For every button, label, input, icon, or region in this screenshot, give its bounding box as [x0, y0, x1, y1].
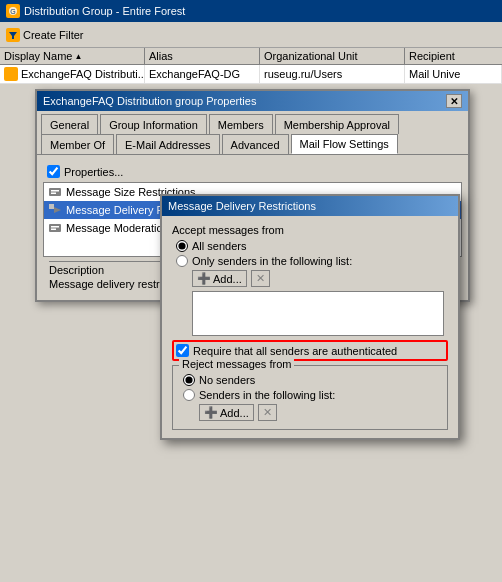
dialog-overlay: ExchangeFAQ Distribution group Propertie…	[0, 84, 502, 582]
tabs-row-2: Member Of E-Mail Addresses Advanced Mail…	[37, 134, 468, 155]
radio-no-senders[interactable]	[183, 374, 195, 386]
radio-all-senders[interactable]	[176, 240, 188, 252]
radio-no-senders-row: No senders	[179, 374, 441, 386]
radio-senders-list-label: Senders in the following list:	[199, 389, 335, 401]
radio-all-senders-row: All senders	[172, 240, 448, 252]
reject-add-button[interactable]: ➕ Add...	[199, 404, 254, 421]
properties-checkbox[interactable]	[47, 165, 60, 178]
col-alias[interactable]: Alias	[145, 48, 260, 64]
col-org-unit[interactable]: Organizational Unit	[260, 48, 405, 64]
radio-senders-list[interactable]	[183, 389, 195, 401]
reject-add-row: ➕ Add... ✕	[179, 404, 441, 421]
toolbar: Create Filter	[0, 22, 502, 48]
authenticated-label: Require that all senders are authenticat…	[193, 345, 397, 357]
cell-recipient: Mail Unive	[405, 65, 502, 83]
svg-rect-3	[49, 188, 61, 196]
add-icon-2: ➕	[204, 406, 218, 419]
group-icon	[4, 67, 18, 81]
tab-group-information[interactable]: Group Information	[100, 114, 207, 134]
delivery-restrictions-dialog: Message Delivery Restrictions Accept mes…	[160, 194, 460, 440]
delivery-dialog-content: Accept messages from All senders Only se…	[162, 216, 458, 438]
radio-senders-list-row: Senders in the following list:	[179, 389, 441, 401]
tab-member-of[interactable]: Member Of	[41, 134, 114, 154]
props-dialog-title-text: ExchangeFAQ Distribution group Propertie…	[43, 95, 256, 107]
restriction-icon	[48, 185, 62, 199]
filter-icon	[6, 28, 20, 42]
accept-add-row: ➕ Add... ✕	[172, 270, 448, 287]
svg-rect-6	[49, 204, 54, 209]
cell-alias: ExchangeFAQ-DG	[145, 65, 260, 83]
accept-section-label: Accept messages from	[172, 224, 448, 236]
create-filter-button[interactable]: Create Filter	[6, 28, 84, 42]
tabs-row-1: General Group Information Members Member…	[37, 111, 468, 134]
authenticated-checkbox[interactable]	[176, 344, 189, 357]
delivery-icon	[48, 203, 62, 217]
tab-general[interactable]: General	[41, 114, 98, 134]
add-icon: ➕	[197, 272, 211, 285]
svg-rect-10	[51, 229, 56, 231]
table-row[interactable]: ExchangeFAQ Distributi... ExchangeFAQ-DG…	[0, 65, 502, 84]
properties-checkbox-row: Properties...	[43, 163, 462, 180]
accept-add-button[interactable]: ➕ Add...	[192, 270, 247, 287]
tab-email-addresses[interactable]: E-Mail Addresses	[116, 134, 220, 154]
svg-text:G: G	[10, 8, 15, 15]
svg-rect-5	[51, 193, 56, 195]
create-filter-label: Create Filter	[23, 29, 84, 41]
reject-remove-button[interactable]: ✕	[258, 404, 277, 421]
tab-membership-approval[interactable]: Membership Approval	[275, 114, 399, 134]
sort-arrow: ▲	[74, 52, 82, 61]
window-icon: G	[6, 4, 20, 18]
tab-advanced[interactable]: Advanced	[222, 134, 289, 154]
reject-section: Reject messages from No senders Senders …	[172, 365, 448, 430]
radio-only-senders[interactable]	[176, 255, 188, 267]
accept-remove-button[interactable]: ✕	[251, 270, 270, 287]
radio-all-senders-label: All senders	[192, 240, 246, 252]
svg-rect-4	[51, 190, 59, 192]
radio-only-senders-row: Only senders in the following list:	[172, 255, 448, 267]
col-recipient[interactable]: Recipient	[405, 48, 502, 64]
cell-org-unit: ruseug.ru/Users	[260, 65, 405, 83]
accept-senders-listbox[interactable]	[192, 291, 444, 336]
reject-section-label: Reject messages from	[179, 358, 294, 370]
col-display-name[interactable]: Display Name ▲	[0, 48, 145, 64]
props-dialog-close-button[interactable]: ✕	[446, 94, 462, 108]
tab-members[interactable]: Members	[209, 114, 273, 134]
moderation-icon	[48, 221, 62, 235]
svg-marker-7	[54, 207, 61, 213]
svg-rect-9	[51, 226, 59, 228]
properties-label: Properties...	[64, 166, 123, 178]
table-header: Display Name ▲ Alias Organizational Unit…	[0, 48, 502, 65]
radio-no-senders-label: No senders	[199, 374, 255, 386]
cell-display-name: ExchangeFAQ Distributi...	[0, 65, 145, 83]
window-title: Distribution Group - Entire Forest	[24, 5, 185, 17]
main-window: G Distribution Group - Entire Forest Cre…	[0, 0, 502, 582]
tab-mail-flow-settings[interactable]: Mail Flow Settings	[291, 134, 398, 154]
svg-rect-8	[49, 224, 61, 232]
svg-marker-2	[9, 32, 17, 39]
delivery-dialog-title: Message Delivery Restrictions	[162, 196, 458, 216]
props-dialog-title: ExchangeFAQ Distribution group Propertie…	[37, 91, 468, 111]
radio-only-senders-label: Only senders in the following list:	[192, 255, 352, 267]
title-bar: G Distribution Group - Entire Forest	[0, 0, 502, 22]
